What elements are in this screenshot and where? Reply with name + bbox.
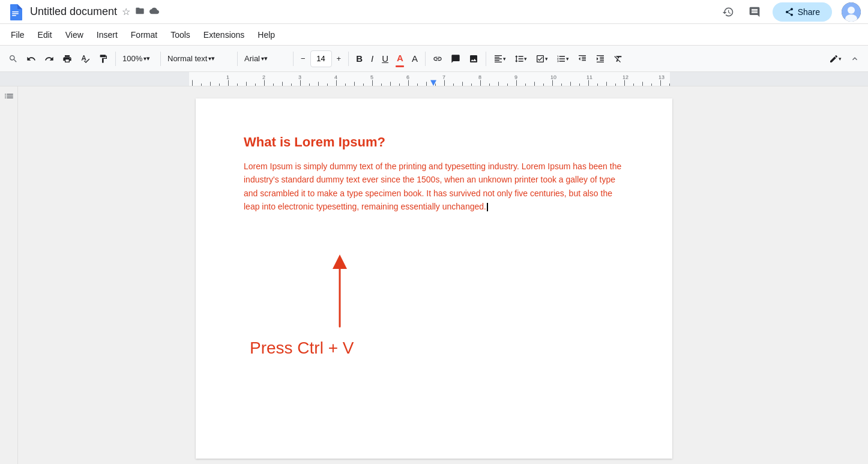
spellcheck-button[interactable] [77, 49, 94, 68]
menu-format[interactable]: Format [125, 28, 163, 42]
image-button[interactable] [465, 49, 482, 68]
text-color-button[interactable]: A [393, 49, 407, 68]
sep7 [486, 52, 486, 66]
document-page[interactable]: What is Lorem Ipsum? Lorem Ipsum is simp… [196, 98, 672, 459]
svg-rect-1 [12, 11, 19, 13]
undo-button[interactable] [23, 49, 40, 68]
ruler-canvas [189, 72, 670, 86]
share-label: Share [798, 7, 820, 17]
menu-insert[interactable]: Insert [91, 28, 124, 42]
doc-title[interactable]: Untitled document [30, 5, 117, 18]
menu-extensions[interactable]: Extensions [197, 28, 250, 42]
sep2 [160, 52, 161, 66]
bold-button[interactable]: B [352, 49, 366, 68]
sep5 [348, 52, 349, 66]
menu-edit[interactable]: Edit [32, 28, 58, 42]
svg-point-5 [848, 7, 855, 14]
arrow-annotation [310, 255, 370, 333]
avatar[interactable] [842, 2, 861, 22]
text-color-indicator [396, 65, 404, 67]
menu-help[interactable]: Help [252, 28, 281, 42]
paint-format-button[interactable] [95, 49, 112, 68]
share-button[interactable]: Share [773, 2, 832, 22]
ruler-left [0, 72, 189, 86]
italic-button[interactable]: I [367, 49, 377, 68]
star-icon[interactable]: ☆ [122, 6, 130, 17]
cloud-save-icon[interactable] [149, 6, 159, 18]
decrease-font-button[interactable]: − [297, 49, 309, 68]
sep6 [425, 52, 426, 66]
line-spacing-button[interactable]: ▾ [511, 49, 531, 68]
search-button[interactable] [5, 49, 22, 68]
style-select[interactable]: Normal text▾ [164, 49, 234, 68]
outline-icon[interactable] [4, 92, 14, 105]
main-area: What is Lorem Ipsum? Lorem Ipsum is simp… [0, 86, 868, 464]
scroll-area[interactable]: What is Lorem Ipsum? Lorem Ipsum is simp… [18, 86, 850, 464]
underline-button[interactable]: U [378, 49, 392, 68]
comments-button[interactable] [746, 4, 763, 20]
increase-font-button[interactable]: + [333, 49, 345, 68]
zoom-select[interactable]: 100%▾ [119, 49, 157, 68]
sep1 [115, 52, 116, 66]
link-button[interactable] [429, 49, 446, 68]
print-button[interactable] [59, 49, 76, 68]
comment-insert-button[interactable] [447, 49, 464, 68]
menu-bar: File Edit View Insert Format Tools Exten… [0, 24, 868, 46]
pen-mode-button[interactable]: ▾ [825, 49, 845, 68]
menu-view[interactable]: View [59, 28, 89, 42]
doc-heading: What is Lorem Ipsum? [244, 134, 624, 150]
increase-indent-button[interactable] [592, 49, 609, 68]
history-button[interactable] [720, 4, 737, 20]
press-ctrl-v-annotation: Press Ctrl + V [250, 339, 354, 358]
right-margin [850, 86, 868, 464]
numbered-list-button[interactable]: ▾ [553, 49, 573, 68]
highlight-button[interactable]: A [408, 49, 421, 68]
menu-tools[interactable]: Tools [164, 28, 196, 42]
doc-title-area: Untitled document ☆ [30, 5, 720, 18]
doc-body: Lorem Ipsum is simply dummy text of the … [244, 160, 624, 214]
checklist-button[interactable]: ▾ [532, 49, 552, 68]
align-button[interactable]: ▾ [490, 49, 510, 68]
decrease-indent-button[interactable] [574, 49, 591, 68]
ruler-right [670, 72, 868, 86]
toolbar: 100%▾ Normal text▾ Arial▾ − + B I U A A [0, 46, 868, 72]
left-sidebar [0, 86, 18, 464]
annotation-area: Press Ctrl + V [196, 98, 672, 459]
text-cursor [487, 203, 488, 211]
clear-format-button[interactable] [610, 49, 627, 68]
svg-rect-2 [12, 13, 19, 14]
menu-file[interactable]: File [5, 28, 31, 42]
svg-rect-3 [12, 15, 16, 16]
sep3 [237, 52, 238, 66]
ruler-area [0, 72, 868, 86]
font-select[interactable]: Arial▾ [241, 49, 289, 68]
redo-button[interactable] [41, 49, 58, 68]
title-bar: Untitled document ☆ Share [0, 0, 868, 24]
docs-logo-icon [7, 4, 24, 20]
folder-icon[interactable] [135, 6, 145, 18]
sep4 [293, 52, 294, 66]
ruler-center [189, 72, 670, 86]
collapse-toolbar-button[interactable] [846, 49, 863, 68]
doc-title-row: Untitled document ☆ [30, 5, 720, 18]
title-bar-right: Share [720, 2, 861, 22]
font-size-input[interactable] [310, 50, 332, 67]
